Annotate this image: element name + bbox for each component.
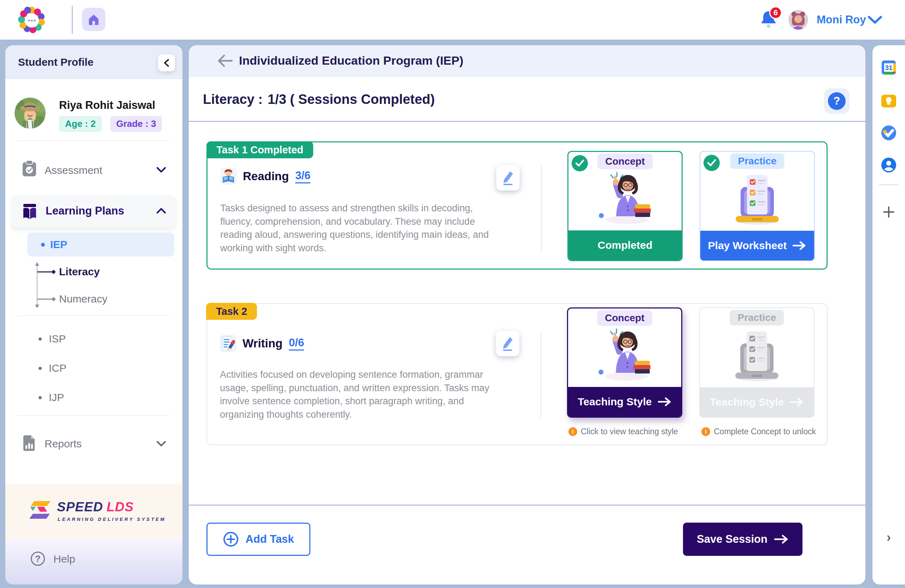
sidebar-item-reports[interactable]: Reports <box>5 435 183 456</box>
card-divider <box>541 166 541 250</box>
sidebar-divider <box>18 315 170 316</box>
grade-badge: Grade : 3 <box>110 116 162 132</box>
clipboard-icon <box>22 160 37 177</box>
sidebar-item-numeracy[interactable]: Numeracy <box>59 293 108 305</box>
age-badge: Age : 2 <box>59 116 102 132</box>
chevron-down-icon <box>156 166 167 173</box>
book-icon <box>22 204 38 220</box>
teaching-style-button[interactable]: Teaching Style <box>568 387 681 417</box>
sidebar-item-label: Learning Plans <box>46 204 124 217</box>
task-status-badge: Task 2 <box>206 303 257 320</box>
practice-card-task1[interactable]: Practice <box>700 151 815 261</box>
subject-row: Reading 3/6 <box>220 168 310 185</box>
side-panel-rail: 31 › <box>872 45 905 585</box>
speedlds-logo-icon <box>29 500 52 520</box>
notifications-button[interactable]: 6 <box>759 9 781 32</box>
edit-task-button[interactable] <box>496 331 519 356</box>
sidebar-item-icp[interactable]: ICP <box>38 362 67 374</box>
sidebar-item-label: Assessment <box>44 164 102 176</box>
task-description: Tasks designed to assess and strengthen … <box>220 202 500 255</box>
bullet-icon <box>38 338 42 341</box>
help-button[interactable]: ? Help <box>5 539 183 585</box>
svg-text:31: 31 <box>885 64 892 71</box>
keep-notes-icon[interactable] <box>880 93 897 109</box>
question-circle-icon: ? <box>828 92 846 110</box>
concept-label: Concept <box>597 310 652 326</box>
chevron-up-icon <box>156 207 167 214</box>
sidebar-title: Student Profile <box>18 56 93 68</box>
edit-task-button[interactable] <box>496 165 520 190</box>
concept-card-task2[interactable]: Concept <box>567 307 682 418</box>
worksheet-illustration-gray <box>723 326 791 383</box>
sidebar-item-label: IEP <box>50 239 67 250</box>
info-icon: i <box>568 427 577 436</box>
subject-progress-link[interactable]: 3/6 <box>295 169 310 184</box>
page-help-button[interactable]: ? <box>824 88 849 114</box>
back-arrow-icon[interactable] <box>217 54 233 68</box>
worksheet-illustration <box>724 170 791 227</box>
main-panel: Individualized Education Program (IEP) L… <box>189 45 865 585</box>
sidebar-item-literacy[interactable]: Literacy <box>59 266 100 278</box>
task-status-badge: Task 1 Completed <box>206 141 313 158</box>
user-name[interactable]: Moni Roy <box>817 13 866 26</box>
pencil-icon <box>501 336 514 351</box>
writing-icon <box>220 335 236 352</box>
task-description: Activities focused on developing sentenc… <box>220 368 499 421</box>
subject-row: Writing 0/6 <box>220 335 304 352</box>
concept-card-task1[interactable]: Concept <box>567 151 683 261</box>
brand-section: SPEEDLDS LEARNING DELIVERY SYSTEM <box>5 483 183 539</box>
concept-status-button[interactable]: Completed <box>568 230 681 260</box>
question-circle-icon: ? <box>31 552 45 566</box>
student-avatar <box>14 98 46 128</box>
sidebar-divider <box>18 415 170 416</box>
chevron-left-icon <box>163 59 170 67</box>
app-logo-icon[interactable] <box>17 6 46 34</box>
sidebar-item-iep[interactable]: IEP <box>27 233 174 257</box>
sidebar-item-isp[interactable]: ISP <box>38 333 66 345</box>
check-circle-icon <box>703 155 720 171</box>
task-card-2: Task 2 Writing 0/6 <box>206 303 827 445</box>
bullet-icon <box>38 396 42 399</box>
user-menu-chevron-icon[interactable] <box>867 14 883 25</box>
sidebar-collapse-button[interactable] <box>158 54 175 71</box>
home-button[interactable] <box>82 8 105 31</box>
sidebar-header: Student Profile <box>5 45 183 79</box>
pencil-icon <box>501 170 515 185</box>
sidebar-item-label: Reports <box>44 438 82 450</box>
sidebar-item-label: ICP <box>49 362 67 374</box>
arrow-right-icon <box>774 534 789 544</box>
tree-branch-literacy <box>38 271 52 273</box>
practice-card-task2-locked: Practice <box>699 307 814 418</box>
play-worksheet-button[interactable]: Play Worksheet <box>700 231 814 260</box>
tree-branch-numeracy <box>38 299 52 300</box>
brand-tagline: LEARNING DELIVERY SYSTEM <box>58 517 166 522</box>
collapse-rail-chevron-icon[interactable]: › <box>887 530 891 545</box>
top-bar: 6 Moni Roy <box>0 0 905 40</box>
topbar-divider <box>72 6 73 34</box>
practice-label: Practice <box>730 310 784 325</box>
subject-progress-link[interactable]: 0/6 <box>289 336 304 350</box>
practice-label: Practice <box>730 153 784 169</box>
teacher-illustration <box>591 170 659 227</box>
sidebar-item-learning-plans[interactable]: Learning Plans <box>12 195 176 228</box>
sidebar: Student Profile <box>5 45 183 585</box>
add-addon-plus-icon[interactable] <box>882 205 896 219</box>
info-icon: i <box>701 427 710 436</box>
plus-circle-icon <box>223 531 239 547</box>
sidebar-item-assessment[interactable]: Assessment <box>5 160 183 181</box>
page-title: Individualized Education Program (IEP) <box>239 54 464 68</box>
calendar-icon[interactable]: 31 <box>880 59 897 76</box>
help-label: Help <box>53 553 75 565</box>
add-task-button[interactable]: Add Task <box>206 523 310 556</box>
bullet-icon <box>41 243 45 247</box>
save-session-button[interactable]: Save Session <box>683 523 802 556</box>
user-avatar[interactable] <box>788 10 808 30</box>
sidebar-item-ijp[interactable]: IJP <box>38 391 64 404</box>
subject-name: Reading <box>243 170 289 183</box>
contacts-icon[interactable] <box>880 157 897 173</box>
concept-label: Concept <box>597 154 653 169</box>
bullet-icon <box>38 367 42 370</box>
report-document-icon <box>22 435 36 452</box>
tasks-icon[interactable] <box>880 124 897 141</box>
sidebar-item-label: ISP <box>49 333 66 345</box>
